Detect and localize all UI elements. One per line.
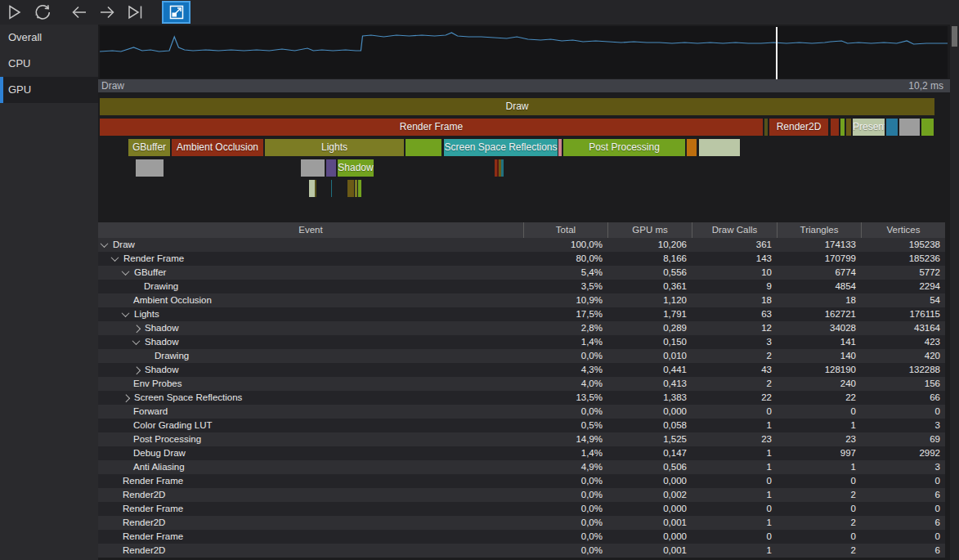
- flame-bar-screen-space-reflections[interactable]: Screen Space Reflections: [444, 139, 558, 156]
- flame-bar[interactable]: [899, 119, 920, 136]
- sidebar-item-gpu[interactable]: GPU: [0, 77, 98, 103]
- table-row[interactable]: Debug Draw1,4%0,14719972992: [98, 446, 945, 460]
- table-row[interactable]: Ambient Occlusion10,9%1,120181854: [98, 293, 945, 307]
- toolbar: [0, 0, 959, 25]
- table-row[interactable]: Draw100,0%10,206361174133195238: [98, 238, 945, 252]
- chevron-down-icon[interactable]: [111, 253, 119, 262]
- flame-bar[interactable]: [921, 119, 934, 136]
- chevron-right-icon[interactable]: [132, 366, 141, 374]
- chevron-down-icon[interactable]: [132, 337, 141, 345]
- cell-vertices: 195238: [861, 238, 945, 252]
- table-header: EventTotalGPU msDraw CallsTrianglesVerti…: [98, 222, 945, 238]
- flame-bar[interactable]: [355, 180, 357, 197]
- chevron-down-icon[interactable]: [122, 309, 130, 317]
- flame-bar-render-frame[interactable]: Render Frame: [100, 119, 763, 136]
- table-row[interactable]: Shadow1,4%0,1503141423: [98, 335, 945, 349]
- sidebar-item-cpu[interactable]: CPU: [0, 51, 98, 77]
- flame-bar[interactable]: [840, 119, 845, 136]
- column-header-event[interactable]: Event: [98, 222, 523, 238]
- table-row[interactable]: Anti Aliasing4,9%0,506113: [98, 460, 945, 474]
- table-row[interactable]: Render2D0,0%0,001126: [98, 544, 945, 558]
- table-row[interactable]: Shadow2,8%0,289123402843164: [98, 321, 945, 335]
- flame-bar[interactable]: [315, 180, 316, 197]
- flame-bar[interactable]: [764, 119, 768, 136]
- forward-button[interactable]: [95, 1, 119, 24]
- flame-bar[interactable]: [831, 119, 839, 136]
- cell-gpu-ms: 0,058: [607, 419, 692, 432]
- chart-cursor-line[interactable]: [776, 27, 778, 80]
- flame-bar[interactable]: [331, 180, 332, 197]
- frame-capture-toggle[interactable]: [162, 1, 190, 24]
- flame-bar[interactable]: [358, 180, 361, 197]
- table-row[interactable]: Screen Space Reflections13,5%1,383222266: [98, 391, 945, 405]
- table-row[interactable]: Render2D0,0%0,001126: [98, 516, 945, 530]
- cell-triangles: 2: [777, 516, 861, 530]
- flame-bar-shadow[interactable]: Shadow: [338, 159, 374, 177]
- cell-gpu-ms: 0,000: [607, 405, 692, 419]
- cell-vertices: 0: [861, 405, 945, 419]
- flame-bar[interactable]: [347, 180, 354, 197]
- flame-bar-post-processing[interactable]: Post Processing: [563, 139, 685, 156]
- table-row[interactable]: Render Frame0,0%0,000000: [98, 474, 945, 488]
- chevron-down-icon[interactable]: [101, 240, 109, 248]
- chevron-right-icon[interactable]: [122, 394, 130, 402]
- vertical-scrollbar[interactable]: [950, 25, 959, 560]
- cell-triangles: 1: [777, 460, 861, 474]
- event-label: Render2D: [123, 490, 165, 500]
- back-button[interactable]: [67, 1, 92, 24]
- timeline-duration: 10,2 ms: [908, 80, 950, 92]
- table-row[interactable]: GBuffer5,4%0,5561067745772: [98, 266, 945, 280]
- flame-bar-render2d[interactable]: Render2D: [769, 119, 828, 136]
- flame-bar-present[interactable]: Present: [853, 119, 885, 136]
- flame-bar[interactable]: [699, 139, 740, 156]
- flame-bar[interactable]: [309, 180, 315, 197]
- table-row[interactable]: Lights17,5%1,79163162721176115: [98, 307, 945, 321]
- flame-bar[interactable]: [326, 159, 336, 177]
- column-header-vertices[interactable]: Vertices: [861, 222, 945, 238]
- table-row[interactable]: Drawing3,5%0,361948542294: [98, 280, 945, 293]
- cell-draw-calls: 63: [692, 307, 777, 321]
- table-row[interactable]: Render Frame0,0%0,000000: [98, 502, 945, 516]
- flame-bar-draw[interactable]: Draw: [100, 98, 934, 115]
- skip-to-end-button[interactable]: [123, 1, 147, 24]
- play-button[interactable]: [2, 1, 26, 24]
- table-row[interactable]: Color Grading LUT0,5%0,058113: [98, 419, 945, 432]
- restart-button[interactable]: [29, 1, 54, 24]
- flame-bar[interactable]: [558, 139, 562, 156]
- table-row[interactable]: Shadow4,3%0,44143128190132288: [98, 363, 945, 377]
- column-header-triangles[interactable]: Triangles: [777, 222, 861, 238]
- column-header-total[interactable]: Total: [523, 222, 607, 238]
- scrollbar-thumb[interactable]: [952, 26, 957, 47]
- timeline-header[interactable]: Draw 10,2 ms: [98, 79, 950, 92]
- flame-bar[interactable]: [846, 119, 851, 136]
- cell-draw-calls: 0: [692, 405, 777, 419]
- cell-draw-calls: 1: [692, 544, 777, 558]
- flame-bar-lights[interactable]: Lights: [265, 139, 404, 156]
- table-row[interactable]: Render2D0,0%0,002126: [98, 488, 945, 502]
- flame-bar-ambient-occlusion[interactable]: Ambient Occlusion: [172, 139, 263, 156]
- table-row[interactable]: Render Frame0,0%0,000000: [98, 530, 945, 544]
- flame-bar[interactable]: [687, 139, 697, 156]
- frame-time-chart[interactable]: [100, 26, 948, 78]
- cell-triangles: 128190: [777, 363, 861, 377]
- table-row[interactable]: Render Frame80,0%8,166143170799185236: [98, 252, 945, 266]
- event-label: Render2D: [123, 545, 165, 555]
- flame-bar[interactable]: [886, 119, 898, 136]
- table-row[interactable]: Forward0,0%0,000000: [98, 405, 945, 419]
- table-row[interactable]: Drawing0,0%0,0102140420: [98, 349, 945, 363]
- flame-bar[interactable]: [136, 159, 164, 177]
- flame-bar[interactable]: [301, 159, 325, 177]
- cell-draw-calls: 22: [692, 391, 777, 405]
- sidebar-item-overall[interactable]: Overall: [0, 25, 98, 51]
- event-label: Shadow: [145, 365, 179, 374]
- chevron-down-icon[interactable]: [122, 267, 130, 276]
- column-header-gpu-ms[interactable]: GPU ms: [607, 222, 692, 238]
- chevron-right-icon[interactable]: [132, 325, 141, 333]
- table-row[interactable]: Env Probes4,0%0,4132240156: [98, 377, 945, 391]
- cell-triangles: 140: [777, 349, 861, 363]
- flame-bar[interactable]: [501, 159, 504, 177]
- column-header-draw-calls[interactable]: Draw Calls: [692, 222, 777, 238]
- flame-bar-gbuffer[interactable]: GBuffer: [128, 139, 170, 156]
- table-row[interactable]: Post Processing14,9%1,525232369: [98, 432, 945, 446]
- flame-bar[interactable]: [406, 139, 441, 156]
